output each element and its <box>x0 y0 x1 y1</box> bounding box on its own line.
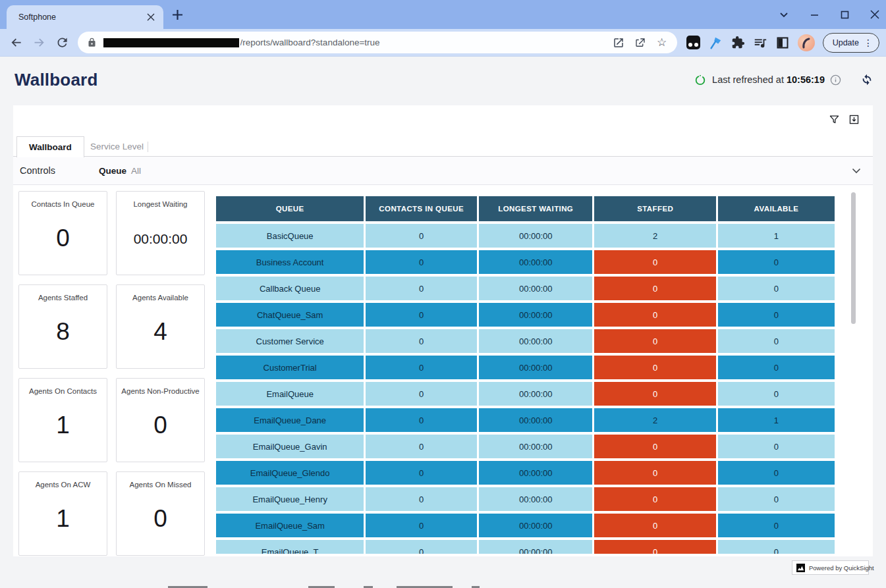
open-in-new-icon[interactable] <box>613 37 624 49</box>
queue-music-icon[interactable] <box>753 35 768 50</box>
cell-contacts-in-queue: 0 <box>366 356 477 379</box>
page-title: Wallboard <box>14 70 98 90</box>
cell-available: 0 <box>718 487 835 511</box>
table-row: EmailQueue_Glendo000:00:0000 <box>216 461 835 485</box>
cell-longest-waiting: 00:00:00 <box>479 303 592 327</box>
cell-longest-waiting: 00:00:00 <box>479 382 592 406</box>
browser-update-button[interactable]: Update ⋮ <box>823 33 879 53</box>
wallboard-page: Wallboard Last refreshed at 10:56:19 Wal… <box>0 57 886 588</box>
quicksight-badge[interactable]: Powered by QuickSight <box>792 560 869 575</box>
cell-staffed: 0 <box>594 435 715 458</box>
cell-staffed: 0 <box>594 277 715 300</box>
kpi-label: Agents On Contacts <box>22 387 104 395</box>
cell-longest-waiting: 00:00:00 <box>479 250 592 274</box>
lock-icon[interactable] <box>87 38 97 47</box>
browser-tab[interactable]: Softphone <box>7 5 163 29</box>
controls-collapse-chevron-icon[interactable] <box>850 165 862 176</box>
table-row: BasicQueue000:00:0021 <box>216 224 835 248</box>
kpi-value: 0 <box>19 225 107 252</box>
cell-contacts-in-queue: 0 <box>366 461 477 485</box>
kpi-value: 0 <box>117 412 204 439</box>
table-scrollbar[interactable] <box>851 190 856 555</box>
cell-staffed: 2 <box>594 224 715 248</box>
scrollbar-thumb[interactable] <box>851 192 856 324</box>
url-bar[interactable]: /reports/wallboard?standalone=true ☆ <box>78 32 677 53</box>
share-icon[interactable] <box>634 37 646 49</box>
cell-contacts-in-queue: 0 <box>366 540 477 554</box>
kpi-card: Agents On Contacts 1 <box>18 378 107 462</box>
cell-contacts-in-queue: 0 <box>366 277 477 300</box>
column-header: AVAILABLE <box>718 196 835 221</box>
export-icon[interactable] <box>848 114 860 125</box>
cell-staffed: 0 <box>594 303 715 327</box>
cell-queue: EmailQueue_Gavin <box>216 435 364 458</box>
window-maximize-button[interactable] <box>839 9 850 20</box>
queue-table: QUEUECONTACTS IN QUEUELONGEST WAITINGSTA… <box>214 194 837 554</box>
cell-staffed: 2 <box>594 408 715 432</box>
cell-contacts-in-queue: 0 <box>366 250 477 274</box>
cell-queue: EmailQueue_T <box>216 540 364 554</box>
table-row: EmailQueue000:00:0000 <box>216 382 835 406</box>
cell-contacts-in-queue: 0 <box>366 514 477 537</box>
queue-filter-value[interactable]: All <box>131 166 141 176</box>
quicksight-logo-icon <box>796 564 805 572</box>
cell-contacts-in-queue: 0 <box>366 382 477 406</box>
table-row: EmailQueue_Henry000:00:0000 <box>216 487 835 511</box>
tab-search-chevron-icon[interactable] <box>778 9 790 20</box>
powered-by-text: Powered by QuickSight <box>809 564 874 572</box>
table-row: EmailQueue_Gavin000:00:0000 <box>216 435 835 458</box>
tab-close-icon[interactable] <box>145 11 157 23</box>
kpi-label: Agents Available <box>119 294 202 302</box>
extension-axe-icon[interactable] <box>708 35 723 50</box>
window-close-button[interactable] <box>869 9 881 20</box>
cell-longest-waiting: 00:00:00 <box>479 435 592 458</box>
cell-longest-waiting: 00:00:00 <box>479 487 592 511</box>
cell-staffed: 0 <box>594 461 715 485</box>
filter-icon[interactable] <box>829 114 840 125</box>
extension-dark-square-icon[interactable] <box>686 35 701 50</box>
back-button[interactable] <box>9 36 23 50</box>
new-tab-button[interactable] <box>171 9 184 21</box>
profile-avatar[interactable] <box>798 34 815 51</box>
cell-queue: EmailQueue <box>216 382 364 406</box>
cell-queue: ChatQueue_Sam <box>216 303 364 327</box>
cell-available: 0 <box>718 250 835 274</box>
cell-longest-waiting: 00:00:00 <box>479 461 592 485</box>
browser-tab-strip: Softphone <box>0 0 886 29</box>
kpi-value: 8 <box>19 318 107 346</box>
column-header: QUEUE <box>216 196 364 221</box>
controls-label: Controls <box>20 165 55 176</box>
kpi-card: Longest Waiting 00:00:00 <box>116 191 205 275</box>
cell-contacts-in-queue: 0 <box>366 329 477 353</box>
info-icon[interactable] <box>830 74 841 86</box>
cell-staffed: 0 <box>594 329 715 353</box>
cell-staffed: 0 <box>594 356 715 379</box>
table-row: Business Account000:00:0000 <box>216 250 835 274</box>
sheet-tab-bar: Wallboard Service Level <box>13 136 873 157</box>
cell-staffed: 0 <box>594 514 715 537</box>
cell-contacts-in-queue: 0 <box>366 435 477 458</box>
contrast-icon[interactable] <box>775 35 790 50</box>
tab-service-level[interactable]: Service Level <box>78 136 155 157</box>
tab-wallboard[interactable]: Wallboard <box>16 136 84 157</box>
extensions-puzzle-icon[interactable] <box>731 35 746 50</box>
column-header: LONGEST WAITING <box>479 196 592 221</box>
browser-menu-kebab-icon[interactable]: ⋮ <box>863 37 873 49</box>
table-row: EmailQueue_Dane000:00:0021 <box>216 408 835 432</box>
forward-button[interactable] <box>32 36 46 50</box>
table-row: ChatQueue_Sam000:00:0000 <box>216 303 835 327</box>
cell-contacts-in-queue: 0 <box>366 408 477 432</box>
cell-queue: EmailQueue_Dane <box>216 408 364 432</box>
reload-button[interactable] <box>55 36 69 50</box>
kpi-card: Agents On Missed 0 <box>116 471 205 556</box>
table-row: EmailQueue_T000:00:0000 <box>216 540 835 554</box>
refresh-button[interactable] <box>860 72 874 87</box>
last-refreshed-time: 10:56:19 <box>787 74 825 85</box>
cell-available: 0 <box>718 329 835 353</box>
bookmark-star-icon[interactable]: ☆ <box>656 37 668 49</box>
kpi-card: Agents Staffed 8 <box>18 284 107 369</box>
cell-longest-waiting: 00:00:00 <box>479 408 592 432</box>
cell-queue: Callback Queue <box>216 277 364 300</box>
window-minimize-button[interactable] <box>808 9 820 20</box>
cell-queue: EmailQueue_Henry <box>216 487 364 511</box>
